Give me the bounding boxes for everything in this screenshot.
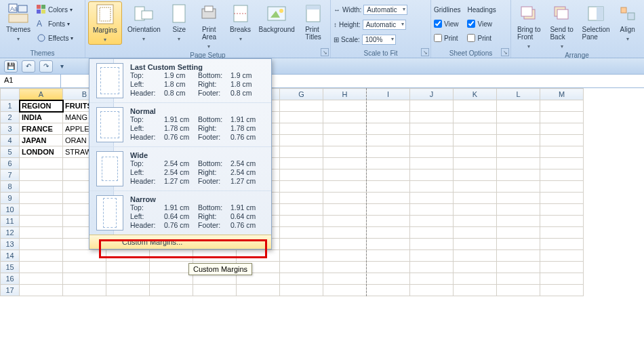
cell-K15[interactable] (454, 262, 497, 273)
cell-B15[interactable] (63, 262, 106, 273)
cell-L17[interactable] (497, 285, 540, 296)
col-header-K[interactable]: K (454, 89, 497, 100)
cell-J2[interactable] (410, 112, 454, 123)
cell-H3[interactable] (323, 123, 367, 135)
cell-H6[interactable] (323, 158, 367, 169)
col-header-M[interactable]: M (540, 89, 584, 100)
cell-M1[interactable] (540, 100, 584, 112)
cell-M9[interactable] (540, 193, 584, 204)
cell-K3[interactable] (454, 123, 497, 135)
cell-L16[interactable] (497, 273, 540, 285)
col-header-H[interactable]: H (323, 89, 367, 100)
row-header-7[interactable]: 7 (1, 169, 20, 181)
cell-K4[interactable] (454, 135, 497, 146)
theme-effects-button[interactable]: Effects▾ (37, 31, 73, 45)
cell-A1[interactable]: REGION (20, 100, 63, 112)
cell-L10[interactable] (497, 204, 540, 216)
cell-B17[interactable] (63, 285, 106, 296)
cell-I15[interactable] (367, 262, 410, 273)
cell-L3[interactable] (497, 123, 540, 135)
cell-L8[interactable] (497, 181, 540, 193)
row-header-8[interactable]: 8 (1, 181, 20, 193)
cell-G10[interactable] (280, 204, 323, 216)
cell-A5[interactable]: LONDON (20, 146, 63, 158)
cell-G3[interactable] (280, 123, 323, 135)
gridlines-print-checkbox[interactable] (434, 34, 442, 42)
cell-K2[interactable] (454, 112, 497, 123)
cell-H7[interactable] (323, 169, 367, 181)
cell-L12[interactable] (497, 227, 540, 239)
cell-M2[interactable] (540, 112, 584, 123)
scale-percent-spinner[interactable]: 100% (362, 35, 396, 45)
cell-A4[interactable]: JAPAN (20, 135, 63, 146)
cell-A7[interactable] (20, 169, 63, 181)
cell-G13[interactable] (280, 239, 323, 250)
qat-redo-button[interactable]: ↷ (39, 60, 53, 73)
selection-pane-button[interactable]: Selection Pane (580, 1, 612, 42)
cell-M10[interactable] (540, 204, 584, 216)
themes-button[interactable]: Aa Themes (3, 1, 34, 43)
cell-C14[interactable] (106, 250, 150, 262)
cell-F17[interactable] (237, 285, 280, 296)
cell-A14[interactable] (20, 250, 63, 262)
cell-A9[interactable] (20, 193, 63, 204)
cell-M3[interactable] (540, 123, 584, 135)
send-to-back-button[interactable]: Send to Back (546, 1, 576, 51)
theme-colors-button[interactable]: Colors▾ (37, 3, 73, 16)
align-button[interactable]: Align (615, 1, 640, 43)
cell-G14[interactable] (280, 250, 323, 262)
cell-G5[interactable] (280, 146, 323, 158)
cell-K6[interactable] (454, 158, 497, 169)
cell-I5[interactable] (367, 146, 410, 158)
cell-J15[interactable] (410, 262, 454, 273)
cell-J4[interactable] (410, 135, 454, 146)
cell-H8[interactable] (323, 181, 367, 193)
row-header-12[interactable]: 12 (1, 227, 20, 239)
cell-L7[interactable] (497, 169, 540, 181)
select-all[interactable] (1, 89, 20, 100)
cell-K13[interactable] (454, 239, 497, 250)
cell-K11[interactable] (454, 216, 497, 227)
cell-I13[interactable] (367, 239, 410, 250)
scale-launcher[interactable]: ↘ (421, 48, 429, 56)
cell-L5[interactable] (497, 146, 540, 158)
cell-G7[interactable] (280, 169, 323, 181)
row-header-14[interactable]: 14 (1, 250, 20, 262)
qat-customize-button[interactable]: ▾ (57, 60, 66, 73)
cell-J1[interactable] (410, 100, 454, 112)
cell-J9[interactable] (410, 193, 454, 204)
margin-preset-1[interactable]: Normal Top:1.91 cmBottom:1.91 cm Left:1.… (89, 102, 271, 146)
cell-H1[interactable] (323, 100, 367, 112)
cell-F14[interactable] (237, 250, 280, 262)
cell-J17[interactable] (410, 285, 454, 296)
cell-B14[interactable] (63, 250, 106, 262)
cell-H13[interactable] (323, 239, 367, 250)
cell-D16[interactable] (150, 273, 193, 285)
col-header-A[interactable]: A (20, 89, 63, 100)
cell-I3[interactable] (367, 123, 410, 135)
cell-G2[interactable] (280, 112, 323, 123)
cell-L11[interactable] (497, 216, 540, 227)
cell-C17[interactable] (106, 285, 150, 296)
row-header-5[interactable]: 5 (1, 146, 20, 158)
row-header-9[interactable]: 9 (1, 193, 20, 204)
cell-K10[interactable] (454, 204, 497, 216)
row-header-10[interactable]: 10 (1, 204, 20, 216)
cell-J11[interactable] (410, 216, 454, 227)
cell-M12[interactable] (540, 227, 584, 239)
cell-G6[interactable] (280, 158, 323, 169)
cell-I16[interactable] (367, 273, 410, 285)
cell-B16[interactable] (63, 273, 106, 285)
cell-L6[interactable] (497, 158, 540, 169)
cell-K12[interactable] (454, 227, 497, 239)
row-header-2[interactable]: 2 (1, 112, 20, 123)
cell-I6[interactable] (367, 158, 410, 169)
cell-C15[interactable] (106, 262, 150, 273)
cell-E17[interactable] (193, 285, 237, 296)
headings-view-checkbox[interactable] (467, 20, 475, 28)
headings-print-checkbox[interactable] (467, 34, 475, 42)
cell-H10[interactable] (323, 204, 367, 216)
col-header-G[interactable]: G (280, 89, 323, 100)
cell-H2[interactable] (323, 112, 367, 123)
margin-preset-0[interactable]: Last Custom Setting Top:1.9 cmBottom:1.9… (89, 59, 271, 102)
